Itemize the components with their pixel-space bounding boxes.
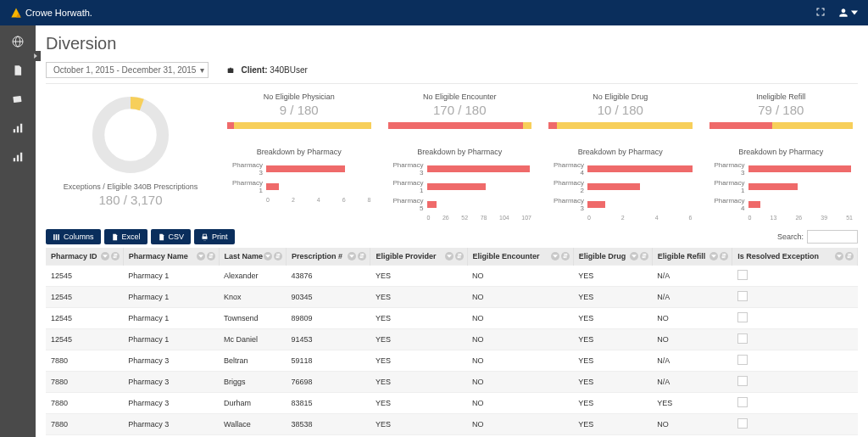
sort-icon[interactable]: ⇵ [207, 252, 215, 261]
column-header[interactable]: Last Name⇵ [219, 248, 287, 266]
sidenav-expand-icon[interactable] [31, 51, 41, 61]
columns-button[interactable]: Columns [46, 229, 101, 244]
table-cell: NO [467, 308, 573, 329]
kpi-title: No Eligible Physician [227, 92, 371, 101]
svg-rect-11 [14, 158, 15, 161]
table-cell: NO [467, 329, 573, 350]
filter-icon[interactable] [709, 252, 718, 261]
table-row[interactable]: 12545Pharmacy 1Knox90345YESNOYESN/A [46, 287, 858, 308]
resolved-cell [732, 308, 858, 329]
filter-icon[interactable] [551, 252, 559, 261]
breakdown-row: Pharmacy 1 [227, 179, 371, 194]
checkbox[interactable] [737, 291, 748, 301]
column-header[interactable]: Is Resolved Exception⇵ [732, 248, 858, 266]
checkbox[interactable] [737, 355, 748, 365]
table-row[interactable]: 7880Pharmacy 3Beltran59118YESNOYESN/A [46, 350, 858, 372]
column-header[interactable]: Eligible Provider⇵ [370, 248, 467, 266]
column-header[interactable]: Prescription #⇵ [287, 248, 370, 266]
table-row[interactable]: 12545Pharmacy 1Mc Daniel91453YESNOYESNO [46, 329, 858, 350]
filter-icon[interactable] [835, 252, 843, 261]
search-input[interactable] [807, 230, 858, 244]
sort-icons[interactable]: ⇵ [101, 252, 120, 261]
breakdown-axis: 0265278104107 [427, 215, 532, 221]
sort-icons[interactable]: ⇵ [348, 252, 366, 261]
column-header[interactable]: Pharmacy ID⇵ [46, 248, 123, 266]
sidenav-chart2[interactable] [10, 149, 25, 165]
svg-rect-7 [13, 96, 21, 103]
checkbox[interactable] [737, 376, 748, 386]
breakdown-axis: 02468 [266, 197, 371, 203]
filter-icon[interactable] [348, 252, 356, 261]
donut-value: 180 / 3,170 [46, 193, 215, 207]
brand-text: Crowe Horwath. [25, 8, 92, 18]
date-range-picker[interactable]: October 1, 2015 - December 31, 2015 ▾ [46, 62, 209, 78]
sidenav [0, 25, 36, 437]
sort-icons[interactable]: ⇵ [551, 252, 570, 261]
filter-icon[interactable] [197, 252, 205, 261]
resolved-cell [732, 414, 858, 435]
sort-icons[interactable]: ⇵ [197, 252, 215, 261]
table-cell: Pharmacy 1 [123, 329, 219, 350]
breakdown-row: Pharmacy 3 [388, 161, 532, 176]
sort-icon[interactable]: ⇵ [111, 252, 120, 261]
table-row[interactable]: 7880Pharmacy 3Durham83815YESNOYESYES [46, 393, 858, 414]
filter-icon[interactable] [630, 252, 638, 261]
sort-icons[interactable]: ⇵ [264, 252, 282, 261]
sort-icon[interactable]: ⇵ [720, 252, 728, 261]
sidenav-chart1[interactable] [10, 120, 25, 136]
table-row[interactable]: 12545Pharmacy 1Alexander43876YESNOYESN/A [46, 266, 858, 287]
resolved-cell [732, 329, 858, 350]
csv-button[interactable]: CSV [151, 229, 192, 244]
table-row[interactable]: 7880Pharmacy 3Briggs76698YESNOYESN/A [46, 372, 858, 393]
column-header[interactable]: Eligible Encounter⇵ [467, 248, 573, 266]
breakdown-row: Pharmacy 5 [388, 197, 532, 212]
table-row[interactable]: 12545Pharmacy 1Townsend89809YESNOYESNO [46, 308, 858, 329]
checkbox[interactable] [737, 312, 748, 322]
print-button[interactable]: Print [194, 229, 235, 244]
table-cell: NO [652, 329, 732, 350]
table-cell: NO [467, 414, 573, 435]
table-cell: 90345 [287, 287, 370, 308]
sort-icons[interactable]: ⇵ [709, 252, 728, 261]
sidenav-cards[interactable] [10, 92, 25, 107]
sort-icon[interactable]: ⇵ [561, 252, 570, 261]
sort-icons[interactable]: ⇵ [445, 252, 464, 261]
checkbox[interactable] [737, 270, 748, 280]
search-group: Search: [777, 230, 858, 244]
sort-icon[interactable]: ⇵ [845, 252, 854, 261]
svg-marker-6 [34, 53, 37, 59]
svg-rect-9 [17, 126, 19, 133]
filter-icon[interactable] [101, 252, 109, 261]
page-title: Diversion [46, 34, 858, 53]
filter-icon[interactable] [445, 252, 453, 261]
table-cell: NO [467, 266, 573, 287]
filter-icon[interactable] [264, 252, 272, 261]
sort-icon[interactable]: ⇵ [640, 252, 648, 261]
svg-rect-17 [56, 234, 58, 240]
sidenav-globe[interactable] [10, 34, 25, 49]
table-row[interactable]: 7880Pharmacy 3Wallace38538YESNOYESNO [46, 414, 858, 435]
breakdown-label: Pharmacy 3 [227, 161, 263, 176]
table-body: 12545Pharmacy 1Alexander43876YESNOYESN/A… [46, 266, 858, 438]
sort-icon[interactable]: ⇵ [358, 252, 366, 261]
topbar: Crowe Horwath. [0, 0, 868, 25]
svg-marker-25 [632, 255, 637, 258]
expand-icon[interactable] [815, 7, 826, 19]
checkbox[interactable] [737, 397, 748, 407]
excel-button[interactable]: Excel [104, 229, 147, 244]
column-header[interactable]: Pharmacy Name⇵ [123, 248, 219, 266]
svg-rect-13 [20, 153, 22, 162]
column-header[interactable]: Eligible Drug⇵ [573, 248, 652, 266]
user-menu[interactable] [837, 7, 858, 19]
sort-icons[interactable]: ⇵ [630, 252, 648, 261]
sort-icon[interactable]: ⇵ [455, 252, 464, 261]
sidenav-file[interactable] [10, 63, 25, 78]
sort-icon[interactable]: ⇵ [274, 252, 282, 261]
column-header[interactable]: Eligible Refill⇵ [652, 248, 732, 266]
sort-icons[interactable]: ⇵ [835, 252, 854, 261]
checkbox[interactable] [737, 333, 748, 344]
checkbox[interactable] [737, 418, 748, 429]
breakdown-label: Pharmacy 1 [388, 179, 424, 194]
main-content: Diversion October 1, 2015 - December 31,… [36, 25, 868, 437]
kpi-title: No Eligible Drug [548, 92, 693, 101]
